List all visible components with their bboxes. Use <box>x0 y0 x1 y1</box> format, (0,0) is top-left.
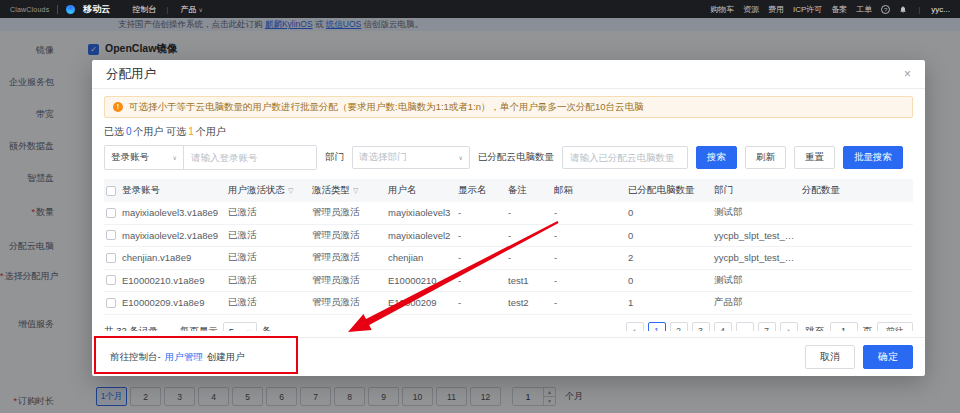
table-cell: 已激活 <box>228 229 312 242</box>
row-checkbox[interactable] <box>106 253 116 263</box>
top-navbar: ClawClouds 移动云 控制台 | 产品∨ 购物车资源费用ICP许可备案工… <box>0 0 960 18</box>
search-button[interactable]: 搜索 <box>696 146 737 169</box>
table-cell: - <box>554 230 628 241</box>
modal-footer: 前往控制台- 用户管理 创建用户 取消 确定 <box>92 337 925 376</box>
table-cell: yycpb_slpt_test_xu... <box>714 230 802 241</box>
page-button-1[interactable]: 1 <box>648 322 666 331</box>
total-count: 32 <box>116 325 127 332</box>
close-icon[interactable]: × <box>904 68 911 80</box>
table-cell: E10000209.v1a8e9 <box>122 297 228 308</box>
table-cell: 测试部 <box>714 206 802 219</box>
account-search-input[interactable] <box>184 146 316 169</box>
table-row: E10000210.v1a8e9已激活管理员激活E10000210-test1-… <box>104 270 913 293</box>
brand-divider <box>57 5 58 14</box>
nav-console-link[interactable]: 控制台 <box>132 4 156 15</box>
page-ellipsis: ... <box>736 322 754 331</box>
column-header-邮箱: 邮箱 <box>554 184 628 197</box>
goto-user-management-text: 前往控制台- 用户管理 创建用户 <box>104 351 245 364</box>
confirm-button[interactable]: 确定 <box>863 345 913 369</box>
table-cell: 测试部 <box>714 274 802 287</box>
table-cell: mayixiaolevel2 <box>388 230 458 241</box>
column-header-显示名: 显示名 <box>458 184 508 197</box>
page-button-4[interactable]: 4 <box>714 322 732 331</box>
total-records-text: 共 32 条记录 <box>104 325 158 332</box>
filter-icon[interactable]: ▽ <box>353 187 358 195</box>
table-cell: - <box>554 207 628 218</box>
column-header-label: 显示名 <box>458 184 487 197</box>
table-cell: - <box>554 275 628 286</box>
cancel-button[interactable]: 取消 <box>805 345 855 369</box>
create-user-text: 创建用户 <box>207 351 245 364</box>
cloud-logo-icon <box>66 5 75 14</box>
row-checkbox[interactable] <box>106 275 116 285</box>
chevron-down-icon: ∨ <box>198 7 202 13</box>
table-cell: - <box>508 252 554 263</box>
column-header-label: 部门 <box>714 184 733 197</box>
help-question-icon[interactable]: ? <box>881 5 890 14</box>
select-all-checkbox[interactable] <box>106 186 116 196</box>
filter-icon[interactable]: ▽ <box>288 187 293 195</box>
chevron-down-icon: ∨ <box>246 328 250 332</box>
selected-count: 0 <box>126 126 132 137</box>
nav-products-menu[interactable]: 产品∨ <box>180 4 202 15</box>
nav-item-ICP许可[interactable]: ICP许可 <box>793 4 822 15</box>
filter-toolbar: 登录账号 ∨ 部门 请选择部门 ∨ 已分配云电脑数量 搜索 刷新 重置 批量搜索 <box>104 145 913 170</box>
column-header-分配数量: 分配数量 <box>802 184 913 197</box>
navbar-right-items: 购物车资源费用ICP许可备案工单 <box>710 4 872 15</box>
table-cell: - <box>554 252 628 263</box>
reset-button[interactable]: 重置 <box>794 146 835 169</box>
column-header-用户名: 用户名 <box>388 184 458 197</box>
page-button-2[interactable]: 2 <box>670 322 688 331</box>
user-table-header: 登录账号用户激活状态▽激活类型▽用户名显示名备注邮箱已分配电脑数量部门分配数量 <box>104 179 913 202</box>
brand-title: 移动云 <box>83 3 110 16</box>
prev-page-button[interactable]: ‹ <box>626 322 644 331</box>
nav-item-资源[interactable]: 资源 <box>743 4 759 15</box>
table-cell: 0 <box>628 275 714 286</box>
column-header-label: 用户名 <box>388 184 417 197</box>
table-cell: E10000210 <box>388 275 458 286</box>
page-button-3[interactable]: 3 <box>692 322 710 331</box>
table-cell: E10000209 <box>388 297 458 308</box>
next-page-button[interactable]: › <box>780 322 798 331</box>
selection-summary: 已选0个用户 可选1个用户 <box>104 125 913 139</box>
refresh-button[interactable]: 刷新 <box>745 146 786 169</box>
modal-body: ! 可选择小于等于云电脑数量的用户数进行批量分配（要求用户数:电脑数为1:1或者… <box>92 89 925 331</box>
nav-item-购物车[interactable]: 购物车 <box>710 4 734 15</box>
footer-buttons: 取消 确定 <box>805 345 913 369</box>
page-jump-input[interactable] <box>830 322 858 332</box>
table-cell: - <box>508 230 554 241</box>
batch-search-button[interactable]: 批量搜索 <box>843 146 903 169</box>
table-row: chenjian.v1a8e9已激活管理员激活chenjian---2yycpb… <box>104 247 913 270</box>
page-jump-control: 跳至 页 前往 <box>806 322 914 332</box>
column-header-备注: 备注 <box>508 184 554 197</box>
user-account-menu[interactable]: yyc... <box>931 5 950 14</box>
assign-user-modal: 分配用户 × ! 可选择小于等于云电脑数量的用户数进行批量分配（要求用户数:电脑… <box>92 60 925 376</box>
table-cell: chenjian.v1a8e9 <box>122 252 228 263</box>
notification-bell-icon[interactable] <box>899 5 907 14</box>
nav-item-备案[interactable]: 备案 <box>831 4 847 15</box>
row-checkbox[interactable] <box>106 230 116 240</box>
user-management-link[interactable]: 用户管理 <box>165 351 203 364</box>
nav-item-工单[interactable]: 工单 <box>856 4 872 15</box>
page-go-button[interactable]: 前往 <box>877 322 913 332</box>
row-checkbox[interactable] <box>106 208 116 218</box>
page-size-select[interactable]: 5 ∨ <box>223 322 257 332</box>
account-field-select[interactable]: 登录账号 ∨ <box>105 146 184 169</box>
row-checkbox[interactable] <box>106 298 116 308</box>
table-cell: 已激活 <box>228 251 312 264</box>
table-cell: - <box>458 275 508 286</box>
column-header-label: 备注 <box>508 184 527 197</box>
table-cell: test2 <box>508 297 554 308</box>
table-cell: 管理员激活 <box>312 296 388 309</box>
page-button-7[interactable]: 7 <box>758 322 776 331</box>
dept-select[interactable]: 请选择部门 ∨ <box>352 146 470 169</box>
navbar-right-group: 购物车资源费用ICP许可备案工单 ? | yyc... <box>710 4 950 15</box>
alert-text: 可选择小于等于云电脑数量的用户数进行批量分配（要求用户数:电脑数为1:1或者1:… <box>129 101 644 114</box>
column-header-登录账号: 登录账号 <box>122 184 228 197</box>
nav-item-费用[interactable]: 费用 <box>768 4 784 15</box>
table-cell: test1 <box>508 275 554 286</box>
table-cell: - <box>508 207 554 218</box>
assigned-count-input[interactable] <box>562 146 688 169</box>
chevron-down-icon: ∨ <box>173 154 177 161</box>
nav-divider: | <box>918 5 920 14</box>
